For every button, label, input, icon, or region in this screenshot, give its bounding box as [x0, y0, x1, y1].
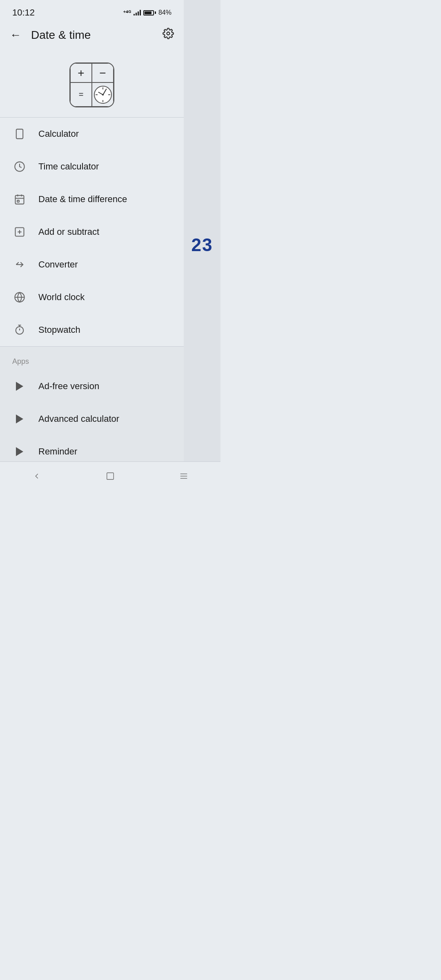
play-icon-reminder	[12, 444, 27, 459]
app-header: ← Date & time	[0, 22, 184, 50]
app-icon: + − =	[69, 62, 114, 107]
status-icons: ⁺⁴ᴳ 84%	[123, 9, 172, 16]
status-time: 10:12	[12, 7, 35, 18]
status-bar: 10:12 ⁺⁴ᴳ 84%	[0, 0, 184, 22]
apps-item-advanced-calc[interactable]: Advanced calculator	[0, 403, 184, 435]
ad-free-label: Ad-free version	[38, 381, 99, 392]
app-icon-container: + − =	[0, 50, 184, 117]
icon-plus-cell: +	[70, 63, 92, 82]
menu-item-date-time-difference[interactable]: Date & time difference	[0, 183, 184, 216]
right-panel: 23	[184, 0, 220, 490]
calendar-icon	[12, 192, 27, 207]
svg-rect-1	[16, 129, 23, 138]
battery-percent: 84%	[158, 9, 172, 16]
play-icon-ad-free	[12, 379, 27, 394]
add-or-subtract-label: Add or subtract	[38, 227, 99, 237]
calculator-label: Calculator	[38, 129, 79, 139]
signal-bars-icon	[134, 10, 141, 16]
world-clock-label: World clock	[38, 292, 85, 303]
play-icon-advanced-calc	[12, 412, 27, 426]
battery-icon	[143, 10, 156, 16]
advanced-calc-label: Advanced calculator	[38, 414, 119, 424]
converter-icon	[12, 257, 27, 272]
recents-nav-button[interactable]	[174, 466, 194, 486]
back-button[interactable]: ←	[10, 29, 21, 42]
reminder-label: Reminder	[38, 446, 77, 457]
signal-label: ⁺⁴ᴳ	[123, 9, 131, 16]
apps-header: Apps	[0, 350, 184, 370]
converter-label: Converter	[38, 259, 78, 270]
stopwatch-label: Stopwatch	[38, 325, 80, 335]
icon-equals-cell: =	[70, 82, 92, 107]
settings-button[interactable]	[163, 28, 174, 42]
clock-face-icon	[94, 86, 112, 104]
menu-item-time-calculator[interactable]: Time calculator	[0, 150, 184, 183]
menu-item-stopwatch[interactable]: Stopwatch	[0, 314, 184, 346]
add-square-icon	[12, 225, 27, 239]
nav-bar	[0, 461, 220, 490]
back-nav-button[interactable]	[27, 466, 47, 486]
phone-icon	[12, 127, 27, 141]
svg-point-0	[167, 32, 170, 35]
apps-item-ad-free[interactable]: Ad-free version	[0, 370, 184, 403]
menu-item-calculator[interactable]: Calculator	[0, 118, 184, 150]
apps-section: Apps Ad-free version Advanced calculator…	[0, 347, 184, 468]
menu-item-converter[interactable]: Converter	[0, 248, 184, 281]
clock-center-dot	[102, 94, 104, 96]
home-nav-button[interactable]	[100, 466, 120, 486]
clock-icon	[12, 159, 27, 174]
menu-item-add-or-subtract[interactable]: Add or subtract	[0, 216, 184, 248]
page-title: Date & time	[31, 29, 91, 42]
date-number: 23	[192, 235, 213, 255]
svg-rect-3	[16, 196, 24, 204]
svg-rect-7	[17, 200, 19, 202]
menu-section: Calculator Time calculator	[0, 118, 184, 346]
time-calculator-label: Time calculator	[38, 161, 99, 172]
stopwatch-icon	[12, 323, 27, 337]
svg-rect-18	[107, 472, 114, 479]
icon-clock-cell	[92, 82, 114, 107]
menu-item-world-clock[interactable]: World clock	[0, 281, 184, 314]
globe-icon	[12, 290, 27, 305]
date-time-difference-label: Date & time difference	[38, 194, 127, 205]
icon-minus-cell: −	[92, 63, 114, 82]
